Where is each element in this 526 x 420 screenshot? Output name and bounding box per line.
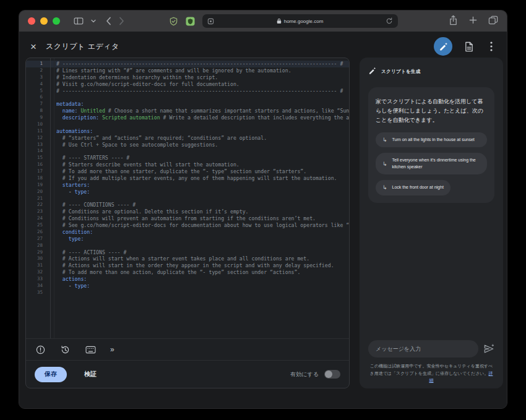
more-options-icon[interactable] [485, 40, 498, 53]
arrow-branch-icon: ↳ [382, 184, 387, 191]
code-line[interactable]: 23 # Conditions are optional. Delete thi… [26, 208, 349, 215]
code-line[interactable]: 34 - type: [26, 283, 349, 289]
code-line[interactable]: 15 # ---- STARTERS ---- # [26, 155, 349, 161]
code-line[interactable]: 32 # To add more than one action, duplic… [26, 269, 349, 276]
browser-chrome: home.google.com [19, 11, 507, 32]
save-button[interactable]: 保存 [35, 367, 67, 382]
code-line[interactable]: 7metadata: [26, 101, 349, 108]
code-line[interactable]: 29 # ---- ACTIONS ---- # [26, 249, 349, 256]
code-line[interactable]: 21 [26, 195, 349, 202]
line-number: 25 [26, 222, 43, 229]
code-line[interactable]: 8 name: Untitled # Choose a short name t… [26, 108, 349, 114]
line-number: 1 [26, 61, 43, 67]
sidebar-icon[interactable] [74, 17, 84, 25]
suggestion-text: Tell everyone when it's dinnertime using… [392, 157, 480, 170]
suggestion-chip[interactable]: ↳Lock the front door at night [376, 180, 451, 195]
close-window-button[interactable] [28, 17, 35, 25]
code-line[interactable]: 16 # Starters describe events that will … [26, 161, 349, 168]
page-content: × スクリプト エディタ 1# ------------------------… [19, 32, 507, 409]
suggestion-chip[interactable]: ↳Turn on all the lights in the house at … [376, 132, 487, 148]
assistant-title: スクリプトを生成 [381, 69, 420, 75]
code-line[interactable]: 30 # Actions will start when a starter e… [26, 255, 349, 262]
suggestion-text: Lock the front door at night [392, 184, 444, 191]
editor-actions: 保存 検証 有効にする [26, 360, 349, 388]
editor-toolbar: » [26, 338, 349, 360]
more-tools-icon[interactable]: » [110, 345, 114, 354]
code-line[interactable]: 22 # ---- CONDITIONS ---- # [26, 202, 349, 208]
line-number: 3 [26, 74, 43, 81]
problems-icon[interactable] [36, 345, 53, 354]
intro-text: 家でスクリプトによる自動化を活用して暮らしを便利にしましょう。たとえば、次のこと… [376, 97, 487, 125]
forward-icon[interactable] [119, 17, 124, 25]
code-line[interactable]: 6 [26, 94, 349, 101]
code-line[interactable]: 11automations: [26, 128, 349, 135]
shield-extension-icon[interactable] [169, 17, 178, 26]
enable-label: 有効にする [290, 371, 319, 379]
code-line[interactable]: 27 type: [26, 236, 349, 242]
line-number: 34 [26, 283, 43, 289]
code-line[interactable]: 20 - type: [26, 189, 349, 195]
line-number: 7 [26, 101, 43, 108]
line-number: 30 [26, 255, 43, 262]
close-icon[interactable]: × [30, 41, 37, 52]
generate-script-button[interactable] [434, 37, 452, 56]
code-line[interactable]: 18 # If you add multiple starter events,… [26, 175, 349, 182]
disclaimer-text: この機能は試験運用中です。安全性やセキュリティを重視すべき用途では「スクリプトを… [368, 362, 494, 384]
extension-page-icon[interactable] [207, 18, 214, 25]
code-line[interactable]: 33 actions: [26, 276, 349, 283]
line-number: 2 [26, 67, 43, 74]
line-number: 21 [26, 195, 43, 202]
code-line[interactable]: 24 # Conditions will prevent an automati… [26, 215, 349, 222]
green-shield-extension-icon[interactable] [186, 17, 195, 26]
history-icon[interactable] [61, 345, 78, 354]
code-line[interactable]: 19 starters: [26, 182, 349, 189]
code-lines: 1# -------------------------------------… [26, 61, 349, 296]
line-number: 8 [26, 108, 43, 114]
code-line[interactable]: 2# Lines starting with “#” are comments … [26, 67, 349, 74]
enable-toggle[interactable] [324, 370, 340, 379]
line-number: 18 [26, 175, 43, 182]
zoom-window-button[interactable] [53, 17, 60, 25]
line-number: 15 [26, 155, 43, 161]
line-number: 11 [26, 128, 43, 135]
code-line[interactable]: 4# Visit g.co/home/script-editor-docs fo… [26, 81, 349, 88]
keyboard-icon[interactable] [85, 346, 103, 354]
minimize-window-button[interactable] [40, 17, 48, 25]
line-number: 32 [26, 269, 43, 276]
tab-overview-icon[interactable] [488, 15, 498, 27]
code-line[interactable]: 13 # Use Ctrl + Space to see autocomplet… [26, 142, 349, 148]
code-line[interactable]: 3# Indentation determines hierarchy with… [26, 74, 349, 81]
new-tab-icon[interactable] [469, 15, 477, 27]
gutter-divider [50, 58, 51, 338]
document-icon[interactable] [462, 40, 475, 53]
code-line[interactable]: 31 # Actions will start in the order the… [26, 262, 349, 269]
code-line[interactable]: 17 # To add more than one starter, dupli… [26, 168, 349, 175]
line-number: 6 [26, 94, 43, 101]
magic-pen-icon [368, 66, 376, 77]
address-bar[interactable]: home.google.com [202, 14, 398, 28]
back-icon[interactable] [106, 17, 111, 25]
suggestion-chip[interactable]: ↳Tell everyone when it's dinnertime usin… [376, 153, 487, 174]
assistant-panel: スクリプトを生成 家でスクリプトによる自動化を活用して暮らしを便利にしましょう。… [360, 58, 503, 388]
code-line[interactable]: 5# -------------------------------------… [26, 88, 349, 95]
code-line[interactable]: 14 [26, 148, 349, 155]
reload-icon[interactable] [386, 17, 393, 25]
chevron-down-icon[interactable] [91, 19, 96, 23]
code-line[interactable]: 1# -------------------------------------… [26, 61, 349, 67]
share-icon[interactable] [449, 15, 458, 28]
send-icon[interactable] [483, 343, 494, 354]
code-line[interactable]: 35 [26, 289, 349, 296]
line-number: 22 [26, 202, 43, 208]
url-text: home.google.com [284, 19, 324, 24]
code-line[interactable]: 9 description: Scripted automation # Wri… [26, 114, 349, 121]
line-number: 12 [26, 135, 43, 142]
code-area[interactable]: 1# -------------------------------------… [26, 58, 349, 338]
code-line[interactable]: 12 # “starters” and “actions” are requir… [26, 135, 349, 142]
code-line[interactable]: 10 [26, 121, 349, 128]
line-number: 26 [26, 229, 43, 236]
code-line[interactable]: 26 condition: [26, 229, 349, 236]
validate-button[interactable]: 検証 [80, 369, 100, 379]
message-input[interactable] [368, 340, 478, 358]
code-line[interactable]: 25 # See g.co/home/script-editor-docs fo… [26, 222, 349, 229]
code-line[interactable]: 28 [26, 242, 349, 249]
